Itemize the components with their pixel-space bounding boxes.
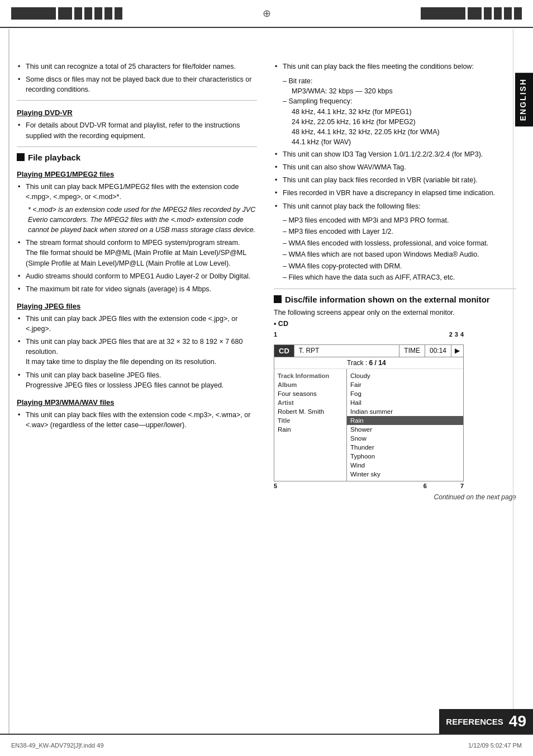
bottom-bar: EN38-49_KW-ADV792[J]f.indd 49 1/12/09 5:… bbox=[0, 734, 533, 756]
cannot-play-6: Files which have the data such as AIFF, … bbox=[283, 273, 516, 283]
main-content: This unit can recognize a total of 25 ch… bbox=[0, 28, 533, 546]
left-panel-artist-label: Artist bbox=[274, 398, 346, 407]
left-panel-track-info: Track Information bbox=[274, 371, 346, 380]
bottom-bar-right: 1/12/09 5:02:47 PM bbox=[468, 742, 522, 749]
mp3-right-bullets: This unit can play back the files meetin… bbox=[274, 62, 516, 72]
english-sidebar: ENGLISH bbox=[515, 73, 533, 126]
vert-line-right bbox=[513, 29, 514, 734]
bit-rate-section: – Bit rate: MP3/WMA: 32 kbps — 320 kbps … bbox=[274, 76, 516, 147]
right-hail: Hail bbox=[347, 398, 463, 407]
cannot-play-2: MP3 files encoded with Layer 1/2. bbox=[283, 227, 516, 237]
right-thunder: Thunder bbox=[347, 443, 463, 452]
cannot-play-list: MP3 files encoded with MP3i and MP3 PRO … bbox=[274, 216, 516, 283]
monitor-body: Track Information Album Four seasons Art… bbox=[274, 369, 463, 481]
bar-block-4 bbox=[84, 7, 92, 20]
more-bullet-2: This unit can also show WAV/WMA Tag. bbox=[274, 162, 516, 172]
references-label: REFERENCES bbox=[446, 717, 503, 726]
right-wind: Wind bbox=[347, 461, 463, 470]
monitor-time-label: TIME bbox=[399, 345, 425, 357]
bar-block-3 bbox=[74, 7, 82, 20]
cannot-play-3: WMA files encoded with lossless, profess… bbox=[283, 239, 516, 249]
left-column: This unit can recognize a total of 25 ch… bbox=[17, 62, 257, 501]
bar-block-6 bbox=[104, 7, 112, 20]
bar-block-r1 bbox=[421, 7, 465, 20]
track-label: Track : bbox=[347, 359, 367, 367]
jpeg-bullets: This unit can play back JPEG files with … bbox=[17, 314, 257, 390]
left-panel-artist-value: Robert M. Smith bbox=[274, 407, 346, 416]
bar-block-2 bbox=[58, 7, 72, 20]
cannot-play-5: WMA files copy-protected with DRM. bbox=[283, 262, 516, 272]
disc-section-icon bbox=[274, 295, 282, 303]
monitor-top-row: CD T. RPT TIME 00:14 ▶ bbox=[274, 345, 463, 357]
intro-bullets: This unit can recognize a total of 25 ch… bbox=[17, 62, 257, 94]
playing-mpeg-title: Playing MPEG1/MPEG2 files bbox=[17, 170, 257, 178]
corner-num-4: 4 bbox=[460, 331, 464, 338]
mp3-left-bullets: This unit can play back files with the e… bbox=[17, 410, 257, 430]
sampling-line-2: 24 kHz, 22.05 kHz, 16 kHz (for MPEG2) bbox=[283, 117, 516, 127]
left-panel-album-label: Album bbox=[274, 380, 346, 389]
corner-num-3: 3 bbox=[455, 331, 458, 338]
cannot-play-1: MP3 files encoded with MP3i and MP3 PRO … bbox=[283, 216, 516, 226]
left-panel-title-label: Title bbox=[274, 416, 346, 425]
right-column: This unit can play back the files meetin… bbox=[274, 62, 516, 501]
bottom-corner-nums: 5 6 7 bbox=[274, 481, 464, 489]
bar-block-r4 bbox=[494, 7, 502, 20]
monitor-right-panel: Cloudy Fair Fog Hail Indian summer Rain … bbox=[347, 369, 463, 481]
disc-section-intro: The following screens appear only on the… bbox=[274, 309, 516, 316]
monitor-trpt: T. RPT bbox=[294, 345, 400, 357]
right-winter-sky: Winter sky bbox=[347, 470, 463, 479]
dvd-vr-bullet-1: For details about DVD-VR format and play… bbox=[17, 120, 257, 140]
mp3-left-bullet-1: This unit can play back files with the e… bbox=[17, 410, 257, 430]
right-rain: Rain bbox=[347, 416, 463, 425]
sampling-label: – Sampling frequency: bbox=[283, 96, 516, 106]
more-bullet-3: This unit can play back files recorded i… bbox=[274, 175, 516, 185]
top-bar-right-blocks bbox=[421, 7, 522, 20]
bit-rate-value: MP3/WMA: 32 kbps — 320 kbps bbox=[283, 86, 516, 96]
mpeg-bullet-3: Audio streams should conform to MPEG1 Au… bbox=[17, 271, 257, 281]
bar-block-r2 bbox=[468, 7, 482, 20]
cannot-play-4: WMA files which are not based upon Windo… bbox=[283, 250, 516, 260]
bar-block-r3 bbox=[484, 7, 492, 20]
vert-line-left bbox=[8, 29, 9, 734]
top-bar-compass: ⊕ bbox=[263, 7, 271, 20]
right-indian-summer: Indian summer bbox=[347, 407, 463, 416]
continued-text: Continued on the next page bbox=[274, 493, 516, 501]
sampling-line-1: 48 kHz, 44.1 kHz, 32 kHz (for MPEG1) bbox=[283, 107, 516, 117]
monitor-play-arrow: ▶ bbox=[451, 345, 463, 357]
intro-bullet-1: This unit can recognize a total of 25 ch… bbox=[17, 62, 257, 72]
dvd-vr-bullets: For details about DVD-VR format and play… bbox=[17, 120, 257, 140]
corner-num-6: 6 bbox=[423, 483, 427, 489]
cd-diagram-wrapper: 1 2 3 4 CD T. RPT TIME 00:14 ▶ Track : 6… bbox=[274, 331, 464, 489]
right-snow: Snow bbox=[347, 434, 463, 443]
sampling-line-4: 44.1 kHz (for WAV) bbox=[283, 137, 516, 147]
mpeg-bullet-2: The stream format should conform to MPEG… bbox=[17, 238, 257, 268]
mpeg-bullet-4: The maximum bit rate for video signals (… bbox=[17, 284, 257, 294]
corner-num-7: 7 bbox=[460, 483, 464, 489]
references-page-number: 49 bbox=[509, 712, 526, 730]
right-fair: Fair bbox=[347, 380, 463, 389]
intro-bullet-2: Some discs or files may not be played ba… bbox=[17, 74, 257, 94]
more-bullet-5: This unit cannot play back the following… bbox=[274, 201, 516, 211]
file-playback-header: File playback bbox=[17, 153, 257, 162]
bar-block-1 bbox=[11, 7, 56, 20]
bit-rate-label: – Bit rate: bbox=[283, 76, 516, 86]
cd-label: • CD bbox=[274, 320, 516, 328]
bar-block-r5 bbox=[504, 7, 512, 20]
more-bullets: This unit can show ID3 Tag Version 1.0/1… bbox=[274, 149, 516, 211]
sampling-line-3: 48 kHz, 44.1 kHz, 32 kHz, 22.05 kHz (for… bbox=[283, 127, 516, 137]
corner-num-5: 5 bbox=[274, 483, 277, 489]
track-value: 6 / 14 bbox=[369, 359, 386, 367]
disc-section-title: Disc/file information shown on the exter… bbox=[285, 295, 490, 304]
mpeg-bullets: This unit can play back MPEG1/MPEG2 file… bbox=[17, 182, 257, 294]
more-bullet-4: Files recorded in VBR have a discrepancy… bbox=[274, 188, 516, 198]
left-panel-title-value: Rain bbox=[274, 425, 346, 434]
mpeg-italic-note: * <.mod> is an extension code used for t… bbox=[19, 205, 257, 235]
mp3-right-bullet-1: This unit can play back the files meetin… bbox=[274, 62, 516, 72]
playing-dvd-vr-title: Playing DVD-VR bbox=[17, 108, 257, 117]
right-typhoon: Typhoon bbox=[347, 452, 463, 461]
monitor-time-value: 00:14 bbox=[425, 345, 451, 357]
jpeg-bullet-2: This unit can play back JPEG files that … bbox=[17, 337, 257, 367]
mpeg-bullet-1: This unit can play back MPEG1/MPEG2 file… bbox=[17, 182, 257, 202]
bar-block-5 bbox=[94, 7, 102, 20]
corner-num-2: 2 bbox=[449, 331, 453, 338]
